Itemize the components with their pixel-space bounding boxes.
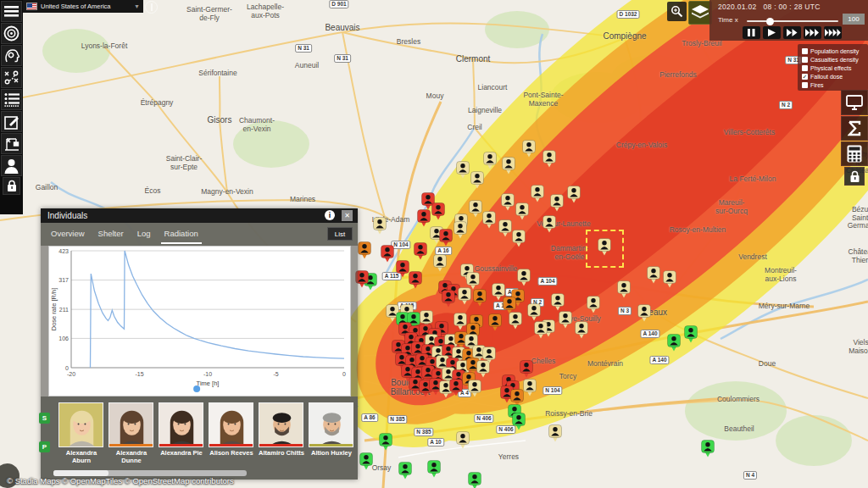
person-marker[interactable]	[515, 202, 529, 220]
edit-icon[interactable]	[1, 111, 22, 132]
play-button[interactable]	[763, 26, 781, 39]
individual-card[interactable]: Alexandra Aburn	[58, 402, 104, 464]
fast-forward-4x-button[interactable]	[824, 26, 842, 39]
person-marker[interactable]	[473, 289, 487, 307]
panel-title-bar[interactable]: Individuals i ✕	[41, 208, 358, 223]
fast-forward-2x-button[interactable]	[783, 26, 801, 39]
person-marker[interactable]	[498, 219, 512, 237]
checkbox-unchecked[interactable]	[802, 57, 808, 63]
person-marker[interactable]	[548, 424, 562, 442]
person-marker[interactable]	[637, 304, 651, 322]
fast-forward-3x-button[interactable]	[804, 26, 821, 39]
person-marker[interactable]	[442, 290, 455, 308]
crane-icon[interactable]	[1, 133, 22, 154]
person-marker[interactable]	[414, 242, 427, 260]
person-marker[interactable]	[667, 334, 681, 352]
checkbox-checked[interactable]: ✓	[802, 74, 808, 80]
strategy-icon[interactable]	[1, 67, 22, 88]
monitor-icon[interactable]	[841, 90, 868, 115]
person-marker[interactable]	[617, 280, 631, 298]
person-marker[interactable]	[456, 431, 470, 449]
lock-icon[interactable]	[3, 177, 20, 195]
person-marker[interactable]	[502, 157, 515, 175]
shelter-badge[interactable]: S	[39, 413, 50, 424]
tab-log[interactable]: Log	[137, 229, 151, 240]
checkbox-unchecked[interactable]	[802, 82, 808, 88]
person-marker[interactable]	[542, 215, 556, 233]
person-marker[interactable]	[567, 186, 581, 203]
person-marker[interactable]	[527, 303, 541, 321]
person-marker[interactable]	[431, 202, 445, 220]
person-marker[interactable]	[453, 221, 467, 239]
person-marker[interactable]	[684, 325, 698, 343]
scrollbar-thumb[interactable]	[53, 470, 108, 476]
person-marker[interactable]	[449, 379, 463, 396]
person-marker[interactable]	[439, 229, 453, 247]
person-marker[interactable]	[381, 245, 394, 263]
person-marker[interactable]	[701, 440, 715, 458]
person-marker[interactable]	[488, 313, 502, 331]
person-marker[interactable]	[433, 254, 447, 272]
calculator-icon[interactable]	[841, 141, 868, 166]
pause-button[interactable]	[743, 26, 760, 39]
person-marker[interactable]	[523, 379, 537, 396]
person-marker[interactable]	[542, 150, 556, 168]
person-marker[interactable]	[575, 321, 588, 339]
individual-card[interactable]: Altion Huxley	[309, 402, 354, 464]
person-marker[interactable]	[483, 152, 497, 169]
person-marker[interactable]	[522, 140, 536, 158]
person-marker[interactable]	[531, 185, 544, 202]
zoom-search-button[interactable]	[667, 2, 687, 21]
person-marker[interactable]	[550, 194, 564, 212]
person-marker[interactable]	[512, 230, 526, 247]
checkbox-unchecked[interactable]	[802, 65, 808, 71]
event-list-icon[interactable]	[1, 89, 22, 110]
person-marker[interactable]	[512, 413, 526, 430]
sigma-icon[interactable]	[841, 116, 868, 141]
checkbox-unchecked[interactable]	[802, 48, 808, 54]
person-marker[interactable]	[469, 200, 482, 218]
person-icon[interactable]	[1, 155, 22, 176]
person-marker[interactable]	[468, 472, 481, 488]
head-gear-icon[interactable]	[1, 45, 22, 66]
people-scrollbar[interactable]	[53, 470, 247, 476]
person-marker[interactable]	[663, 270, 676, 288]
person-marker[interactable]	[551, 293, 565, 311]
individual-card[interactable]: Alexandra Pie	[159, 402, 204, 464]
individual-card[interactable]: Alexandra Dunne	[108, 402, 154, 464]
person-marker[interactable]	[427, 460, 441, 478]
protection-badge[interactable]: P	[39, 441, 50, 452]
person-marker[interactable]	[647, 266, 660, 284]
person-marker[interactable]	[409, 271, 422, 289]
map-lock-icon[interactable]	[844, 167, 865, 186]
person-marker[interactable]	[470, 171, 484, 189]
person-marker[interactable]	[534, 321, 548, 339]
target-icon[interactable]	[1, 23, 22, 44]
time-speed-slider[interactable]	[747, 20, 838, 22]
info-icon[interactable]: i	[325, 210, 335, 220]
menu-icon[interactable]	[1, 1, 22, 22]
person-marker[interactable]	[396, 260, 409, 278]
close-icon[interactable]: ✕	[342, 210, 353, 221]
tab-overview[interactable]: Overview	[51, 229, 85, 240]
individual-card[interactable]: Altamiro Chitts	[259, 402, 304, 464]
tab-shelter[interactable]: Shelter	[98, 229, 124, 240]
person-marker[interactable]	[476, 360, 490, 378]
person-marker[interactable]	[520, 360, 533, 378]
person-marker[interactable]	[358, 241, 371, 259]
person-marker[interactable]	[517, 269, 531, 286]
person-marker[interactable]	[468, 380, 481, 397]
person-marker[interactable]	[559, 311, 572, 329]
tab-radiation[interactable]: Radiation	[164, 229, 198, 240]
person-marker[interactable]	[453, 313, 467, 330]
person-marker[interactable]	[359, 452, 373, 470]
person-marker[interactable]	[456, 161, 470, 179]
slider-handle[interactable]	[766, 18, 774, 25]
person-marker[interactable]	[482, 211, 496, 229]
person-marker[interactable]	[379, 433, 392, 451]
list-button[interactable]: List	[327, 227, 353, 241]
person-marker[interactable]	[417, 209, 431, 227]
person-marker[interactable]	[398, 462, 412, 480]
layers-button[interactable]	[688, 1, 712, 25]
person-marker[interactable]	[509, 312, 522, 330]
